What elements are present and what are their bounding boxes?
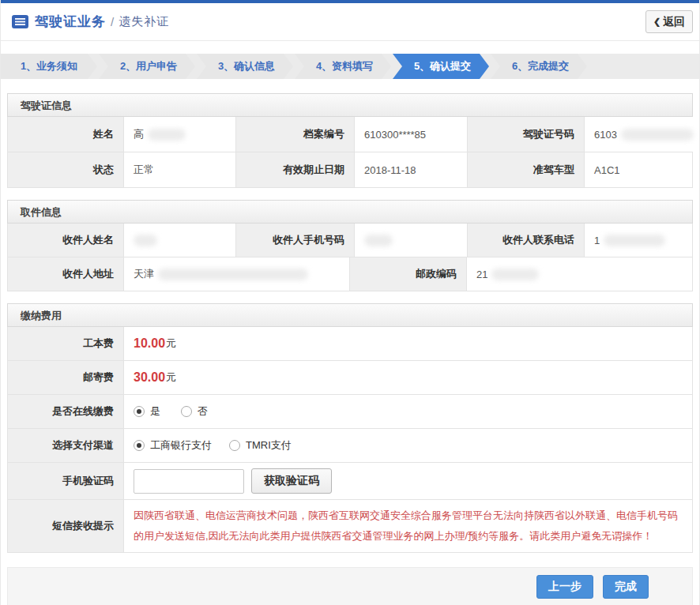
vehicle-type-label: 准驾车型 <box>468 152 585 187</box>
payment-section: 缴纳费用 工本费 10.00 元 邮寄费 30.00 元 <box>7 303 693 553</box>
payment-channel-label: 选择支付渠道 <box>8 429 124 462</box>
redacted-smudge <box>364 235 393 246</box>
payment-section-title: 缴纳费用 <box>7 303 693 327</box>
expiry-value: 2018-11-18 <box>355 152 468 187</box>
previous-step-button[interactable]: 上一步 <box>536 575 593 599</box>
get-code-button[interactable]: 获取验证码 <box>251 468 332 494</box>
sms-notice-value: 因陕西省联通、电信运营商技术问题，陕西省互联网交通安全综合服务管理平台无法向持陕… <box>124 500 692 552</box>
sms-notice-text: 因陕西省联通、电信运营商技术问题，陕西省互联网交通安全综合服务管理平台无法向持陕… <box>124 500 692 552</box>
breadcrumb-separator: / <box>111 15 114 28</box>
recipient-name-value <box>124 224 236 257</box>
radio-label: 是 <box>150 404 160 419</box>
radio-label: 工商银行支付 <box>150 438 212 453</box>
production-fee-value: 10.00 元 <box>124 327 692 360</box>
chevron-left-icon: ❮ <box>653 17 660 27</box>
sms-notice-label: 短信接收提示 <box>8 500 124 552</box>
radio-checked-icon <box>134 406 145 417</box>
sms-code-label: 手机验证码 <box>8 463 124 499</box>
back-button[interactable]: ❮ 返回 <box>645 10 693 33</box>
recipient-mobile-label: 收件人手机号码 <box>236 224 355 257</box>
radio-option-icbc[interactable]: 工商银行支付 <box>134 438 212 453</box>
status-label: 状态 <box>8 152 124 187</box>
table-row: 收件人地址 天津 邮政编码 21 <box>8 257 692 291</box>
name-label: 姓名 <box>8 117 124 152</box>
payment-table: 工本费 10.00 元 邮寄费 30.00 元 是否在线缴费 <box>7 327 693 553</box>
online-payment-label: 是否在线缴费 <box>8 395 124 428</box>
step-6-complete-submit[interactable]: 6、完成提交 <box>491 54 587 79</box>
table-row: 姓名 高 档案编号 610300****85 驾驶证号码 6103 <box>8 117 692 152</box>
radio-checked-icon <box>134 440 145 451</box>
step-wizard: 1、业务须知 2、用户申告 3、确认信息 4、资料填写 5、确认提交 6、完成提… <box>1 54 699 79</box>
table-row: 短信接收提示 因陕西省联通、电信运营商技术问题，陕西省互联网交通安全综合服务管理… <box>8 499 692 552</box>
license-section-title: 驾驶证信息 <box>7 93 693 117</box>
mailing-fee-value: 30.00 元 <box>124 361 692 394</box>
step-4-fill-data[interactable]: 4、资料填写 <box>295 54 391 79</box>
redacted-smudge <box>604 235 665 246</box>
payment-channel-radio-group: 工商银行支付 TMRI支付 <box>134 438 292 453</box>
recipient-name-label: 收件人姓名 <box>8 224 124 257</box>
license-no-label: 驾驶证号码 <box>468 117 585 152</box>
radio-option-tmri[interactable]: TMRI支付 <box>229 438 292 453</box>
recipient-address-value: 天津 <box>124 257 350 291</box>
mailing-fee-label: 邮寄费 <box>8 361 124 394</box>
production-fee-label: 工本费 <box>8 327 124 360</box>
table-row: 是否在线缴费 是 否 <box>8 394 692 428</box>
fee-amount: 30.00 <box>134 370 165 385</box>
back-button-label: 返回 <box>663 15 685 29</box>
table-row: 收件人姓名 收件人手机号码 收件人联系电话 1 <box>8 224 692 257</box>
online-payment-radio-group: 是 否 <box>134 404 208 419</box>
form-list-icon <box>12 15 28 28</box>
page: 驾驶证业务 / 遗失补证 ❮ 返回 1、业务须知 2、用户申告 3、确认信息 4… <box>0 0 700 605</box>
step-3-confirm-info[interactable]: 3、确认信息 <box>197 54 293 79</box>
radio-label: 否 <box>198 404 208 419</box>
page-title: 驾驶证业务 <box>35 13 106 31</box>
redacted-smudge <box>148 129 186 141</box>
sms-code-input[interactable] <box>134 469 244 494</box>
pickup-info-section: 取件信息 收件人姓名 收件人手机号码 收件人联系电话 1 <box>7 200 693 291</box>
redacted-smudge <box>134 235 157 246</box>
file-no-value: 610300****85 <box>355 117 468 152</box>
fee-unit: 元 <box>166 336 176 351</box>
license-info-table: 姓名 高 档案编号 610300****85 驾驶证号码 6103 状态 正 <box>7 117 693 188</box>
recipient-phone-value: 1 <box>585 224 692 257</box>
page-header: 驾驶证业务 / 遗失补证 ❮ 返回 <box>1 3 699 41</box>
table-row: 选择支付渠道 工商银行支付 TMRI支付 <box>8 428 692 462</box>
vehicle-type-value: A1C1 <box>585 152 692 187</box>
breadcrumb-current: 遗失补证 <box>119 14 169 29</box>
recipient-phone-label: 收件人联系电话 <box>468 224 585 257</box>
fee-amount: 10.00 <box>134 336 165 351</box>
radio-unchecked-icon <box>181 406 192 417</box>
pickup-info-table: 收件人姓名 收件人手机号码 收件人联系电话 1 <box>7 224 693 291</box>
step-2-user-declaration[interactable]: 2、用户申告 <box>99 54 195 79</box>
radio-option-no[interactable]: 否 <box>181 404 208 419</box>
postal-code-label: 邮政编码 <box>350 257 467 291</box>
radio-unchecked-icon <box>229 440 240 451</box>
license-no-value: 6103 <box>585 117 694 152</box>
main-content: 驾驶证信息 姓名 高 档案编号 610300****85 驾驶证号码 6103 <box>1 79 699 553</box>
pickup-section-title: 取件信息 <box>7 200 693 224</box>
step-1-business-notice[interactable]: 1、业务须知 <box>1 54 97 79</box>
expiry-label: 有效期止日期 <box>236 152 355 187</box>
redacted-smudge <box>491 269 539 280</box>
radio-option-yes[interactable]: 是 <box>134 404 160 419</box>
payment-channel-value: 工商银行支付 TMRI支付 <box>124 429 692 462</box>
table-row: 状态 正常 有效期止日期 2018-11-18 准驾车型 A1C1 <box>8 152 692 187</box>
table-row: 邮寄费 30.00 元 <box>8 360 692 394</box>
complete-button[interactable]: 完成 <box>603 575 649 599</box>
footer-action-bar: 上一步 完成 <box>7 567 693 605</box>
fee-unit: 元 <box>166 370 176 385</box>
name-value: 高 <box>124 117 236 152</box>
step-5-confirm-submit[interactable]: 5、确认提交 <box>393 54 489 79</box>
recipient-mobile-value <box>355 224 468 257</box>
redacted-smudge <box>621 129 694 141</box>
online-payment-value: 是 否 <box>124 395 692 428</box>
radio-label: TMRI支付 <box>246 438 292 453</box>
status-value: 正常 <box>124 152 236 187</box>
file-no-label: 档案编号 <box>236 117 355 152</box>
postal-code-value: 21 <box>467 257 692 291</box>
license-info-section: 驾驶证信息 姓名 高 档案编号 610300****85 驾驶证号码 6103 <box>7 93 693 188</box>
table-row: 工本费 10.00 元 <box>8 327 692 360</box>
sms-code-row: 获取验证码 <box>124 463 692 499</box>
recipient-address-label: 收件人地址 <box>8 257 124 291</box>
redacted-smudge <box>158 269 308 280</box>
